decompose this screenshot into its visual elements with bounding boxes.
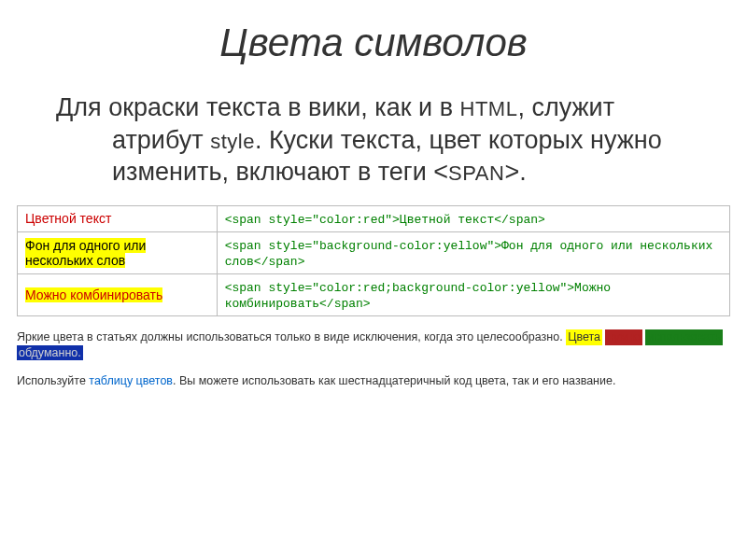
example-code-text: <span style="color:red;background-color:… — [225, 281, 611, 311]
intro-paragraph: Для окраски текста в вики, как и в HTML,… — [112, 91, 710, 189]
example-code: <span style="color:red">Цветной текст</s… — [217, 205, 729, 231]
intro-span-open: < — [433, 158, 448, 186]
intro-span-close: >. — [504, 158, 526, 186]
example-rendered: Фон для одного или нескольких слов — [18, 231, 218, 273]
table-row: Цветной текст<span style="color:red">Цве… — [18, 205, 730, 231]
example-rendered-text: Можно комбинировать — [25, 287, 162, 302]
example-code: <span style="background-color:yellow">Фо… — [217, 231, 729, 273]
example-code: <span style="color:red;background-color:… — [217, 273, 729, 315]
example-rendered-text: Цветной текст — [25, 211, 111, 226]
example-rendered: Можно комбинировать — [18, 273, 218, 315]
table-row: Можно комбинировать<span style="color:re… — [18, 273, 730, 315]
badge-red: нужно — [605, 329, 642, 345]
table-row: Фон для одного или нескольких слов<span … — [18, 231, 730, 273]
example-rendered-text: Фон для одного или нескольких слов — [25, 238, 146, 268]
note2-prefix: Используйте — [17, 374, 89, 387]
note1-text: Яркие цвета в статьях должны использоват… — [17, 330, 566, 343]
example-rendered: Цветной текст — [18, 205, 218, 231]
intro-part1: Для окраски текста в вики, как и в — [56, 93, 460, 121]
color-table-link[interactable]: таблицу цветов — [89, 374, 173, 387]
note2-suffix: . Вы можете использовать как шестнадцате… — [173, 374, 615, 387]
badge-green: использовать — [645, 329, 722, 345]
intro-span-word: SPAN — [448, 161, 504, 185]
intro-style-word: style — [210, 130, 255, 153]
intro-html-word: HTML — [460, 97, 518, 120]
note-color-table: Используйте таблицу цветов. Вы можете ис… — [17, 373, 730, 389]
badge-yellow: Цвета — [566, 329, 602, 345]
example-code-text: <span style="background-color:yellow">Фо… — [225, 239, 713, 269]
page-title: Цвета символов — [0, 21, 747, 65]
examples-table: Цветной текст<span style="color:red">Цве… — [17, 205, 730, 316]
example-code-text: <span style="color:red">Цветной текст</s… — [225, 213, 545, 227]
note-colors-usage: Яркие цвета в статьях должны использоват… — [17, 329, 730, 361]
badge-blue: обдуманно. — [17, 345, 83, 361]
